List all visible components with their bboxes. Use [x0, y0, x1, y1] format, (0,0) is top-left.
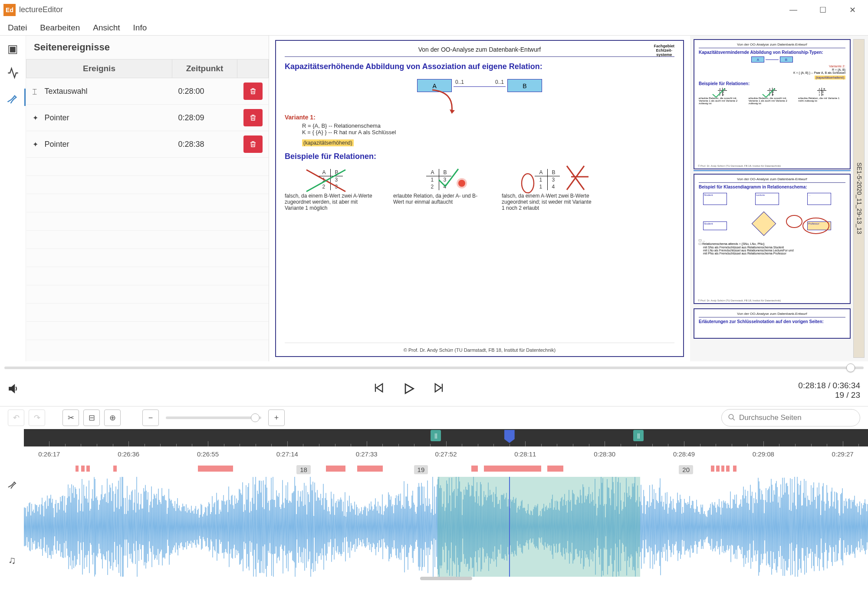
menubar: Datei Bearbeiten Ansicht Info [0, 20, 868, 36]
delete-event-button[interactable] [243, 83, 263, 100]
page-badge[interactable]: 18 [296, 465, 311, 474]
slide-fachgebiet: Fachgebiet Echtzeit- systeme [654, 44, 674, 57]
slide-heading: Kapazitätserhöhende Abbildung von Assozi… [285, 62, 674, 71]
app-title: lectureEditor [19, 5, 63, 14]
schema-2: K = { {A} } -- R hat nur A als Schlüssel [302, 129, 674, 135]
selection-end-handle[interactable]: || [633, 430, 644, 441]
svg-marker-9 [435, 384, 441, 392]
svg-line-12 [733, 418, 735, 420]
selection-start-handle[interactable]: || [431, 430, 441, 441]
prev-button[interactable] [372, 382, 385, 399]
zoom-slider[interactable] [166, 416, 261, 419]
events-col-time[interactable]: Zeitpunkt [172, 59, 237, 78]
events-panel: Seitenereignisse Ereignis Zeitpunkt ⌶Tex… [26, 36, 269, 361]
timeline[interactable]: |||| 0:26:170:26:360:26:550:27:140:27:33… [24, 429, 868, 598]
controls-row: 0:28:18 / 0:36:34 19 / 23 [0, 374, 868, 406]
waveform-row[interactable] [24, 477, 868, 577]
thumbnail-2[interactable]: Von der OO-Analyse zum Datenbank-Entwurf… [694, 174, 851, 304]
play-tool-icon[interactable]: ▣ [4, 40, 22, 57]
seek-track[interactable] [4, 367, 864, 369]
search-input[interactable] [739, 413, 854, 422]
schema-1: R = {A, B} -- Relationenschema [302, 122, 674, 129]
undo-button[interactable]: ↶ [8, 410, 24, 426]
svg-point-11 [729, 414, 733, 419]
timeline-side-icons: ♫ [0, 429, 24, 598]
svg-marker-7 [376, 384, 382, 392]
example-1: AB1323 falsch, da einem B-Wert zwei A-We… [285, 169, 376, 211]
events-col-actions [237, 59, 269, 78]
playhead-handle[interactable] [504, 430, 515, 443]
pen-tool-icon[interactable] [0, 89, 26, 106]
mult-a: 0..1 [455, 79, 464, 85]
cut-button[interactable]: ✂ [62, 410, 79, 426]
close-button[interactable]: ✕ [844, 5, 861, 15]
page-badge[interactable]: 20 [679, 465, 693, 474]
events-title: Seitenereignisse [26, 36, 269, 59]
titlebar: Ed lectureEditor — ☐ ✕ [0, 0, 868, 20]
event-row[interactable]: ✦Pointer0:28:09 [26, 105, 269, 131]
event-row[interactable]: ⌶Textauswahl0:28:00 [26, 78, 269, 105]
svg-point-3 [803, 218, 829, 234]
events-table: Ereignis Zeitpunkt ⌶Textauswahl0:28:00✦P… [26, 59, 269, 340]
menu-file[interactable]: Datei [8, 23, 27, 33]
menu-info[interactable]: Info [133, 23, 147, 33]
timeline-ticks: 0:26:170:26:360:26:550:27:140:27:330:27:… [24, 446, 868, 464]
app-icon: Ed [3, 4, 16, 16]
example-2-caption: erlaubte Relation, da jeder A- und B-Wer… [393, 193, 484, 205]
zoom-thumb[interactable] [251, 413, 260, 422]
volume-icon[interactable] [8, 383, 19, 397]
thumbnail-3[interactable]: Von der OO-Analyse zum Datenbank-Entwurf… [694, 308, 851, 339]
svg-point-4 [786, 215, 802, 228]
timeline-scrollbar[interactable] [420, 577, 472, 580]
time-info: 0:28:18 / 0:36:34 19 / 23 [798, 381, 860, 400]
delete-event-button[interactable] [243, 109, 263, 126]
selection-region[interactable] [437, 477, 640, 577]
search-icon [728, 413, 736, 423]
examples-heading: Beispiele für Relationen: [285, 152, 674, 161]
svg-marker-5 [9, 385, 14, 392]
slide-footer: © Prof. Dr. Andy Schürr (TU Darmstadt, F… [285, 343, 674, 353]
next-button[interactable] [433, 382, 445, 399]
play-button[interactable] [402, 382, 416, 399]
event-row[interactable]: ✦Pointer0:28:38 [26, 131, 269, 158]
zoom-out-button[interactable]: − [142, 410, 159, 426]
delete-event-button[interactable] [243, 135, 263, 153]
mult-b: 0..1 [495, 79, 504, 85]
thumbnails-panel: Von der OO-Analyse zum Datenbank-Entwurf… [690, 36, 868, 361]
audio-track-icon: ♫ [8, 503, 16, 598]
search-box[interactable] [721, 409, 860, 426]
slide-main[interactable]: Von der OO-Analyse zum Datenbank-Entwurf… [275, 40, 684, 357]
seek-thumb[interactable] [846, 363, 855, 372]
annot-yellow: (kapazitätserhöhend) [302, 139, 354, 146]
example-3: AB1314 falsch, da einem A-Wert zwei B-We… [502, 169, 593, 211]
timeline-strip[interactable]: |||| [24, 429, 868, 446]
zoom-in-button[interactable]: + [268, 410, 285, 426]
arrow-annotation [428, 88, 480, 122]
svg-marker-8 [405, 384, 414, 393]
playhead-line[interactable] [509, 477, 510, 577]
menu-view[interactable]: Ansicht [93, 23, 120, 33]
svg-point-2 [522, 174, 534, 193]
left-toolbar: ▣ [0, 36, 26, 361]
menu-edit[interactable]: Bearbeiten [40, 23, 80, 33]
seek-row [0, 361, 868, 374]
delete-region-button[interactable]: ⊟ [83, 410, 100, 426]
events-col-event[interactable]: Ereignis [26, 59, 172, 78]
activity-tool-icon[interactable] [4, 64, 22, 82]
timeline-markers: 181920 [24, 464, 868, 477]
entity-b: B [507, 79, 542, 92]
add-page-button[interactable]: ⊕ [104, 410, 121, 426]
redo-button[interactable]: ↷ [29, 410, 45, 426]
laser-pointer-dot [458, 180, 465, 187]
page-badge[interactable]: 19 [414, 465, 428, 474]
slide-area: Von der OO-Analyse zum Datenbank-Entwurf… [269, 36, 690, 361]
slide-top-title: Von der OO-Analyse zum Datenbank-Entwurf [418, 46, 541, 53]
file-tab[interactable]: SE1-5-2020_11_29-13_13 [853, 39, 865, 358]
maximize-button[interactable]: ☐ [814, 5, 832, 15]
thumbnail-1[interactable]: Von der OO-Analyse zum Datenbank-Entwurf… [694, 39, 851, 169]
minimize-button[interactable]: — [785, 5, 802, 15]
edit-row: ↶ ↷ ✂ ⊟ ⊕ − + [0, 406, 868, 429]
example-2: AB1324 erlaubte Relation, da jeder A- un… [393, 169, 484, 211]
pen-track-icon [7, 464, 17, 503]
